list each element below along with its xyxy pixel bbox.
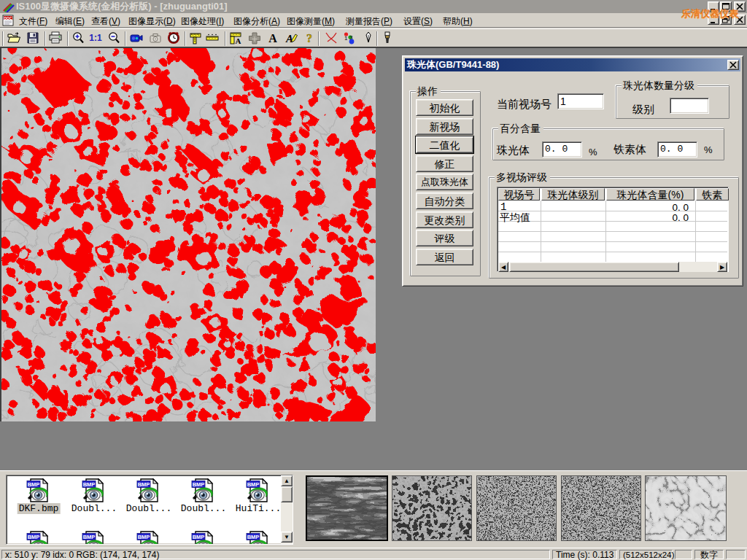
svg-text:BMP: BMP bbox=[83, 481, 96, 488]
svg-text:BMP: BMP bbox=[247, 481, 260, 488]
svg-text:A: A bbox=[268, 32, 277, 44]
svg-text:BMP: BMP bbox=[28, 534, 40, 540]
svg-text:1:1: 1:1 bbox=[89, 33, 102, 43]
svg-text:BMP: BMP bbox=[193, 534, 205, 540]
svg-text:BMP: BMP bbox=[247, 534, 260, 540]
svg-text:BMP: BMP bbox=[83, 534, 96, 540]
svg-text:BMP: BMP bbox=[138, 481, 150, 488]
svg-text:BMP: BMP bbox=[193, 481, 205, 488]
svg-text:BMP: BMP bbox=[28, 481, 40, 488]
svg-text:A: A bbox=[285, 33, 293, 44]
svg-text:BMP: BMP bbox=[138, 534, 150, 540]
svg-text:1: 1 bbox=[344, 35, 348, 42]
svg-text:?: ? bbox=[306, 32, 312, 44]
svg-text:A: A bbox=[236, 36, 241, 45]
svg-text:DOC: DOC bbox=[4, 16, 12, 20]
